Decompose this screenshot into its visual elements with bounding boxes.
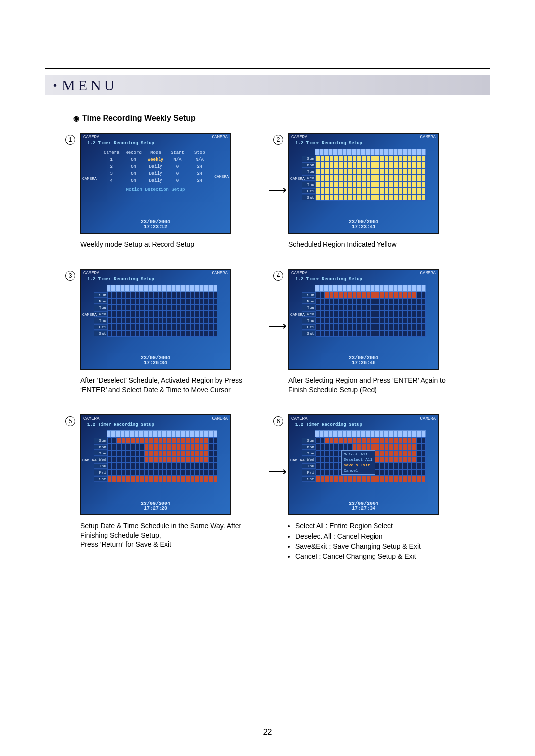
day-label: Sat [94, 331, 107, 336]
timestamp: 23/09/2004 17:26:34 [141, 356, 170, 366]
caption-1: Weekly mode Setup at Record Setup [80, 240, 254, 249]
bottom-rule [45, 721, 490, 721]
timestamp: 23/09/2004 17:23:12 [141, 220, 170, 230]
caption-3: After ‘Deselect’ Schedule, Activated Reg… [80, 376, 254, 395]
cam-label-tr: CAMERA [212, 271, 228, 276]
section-title: Time Recording Weekly Setup [82, 114, 196, 123]
schedule-grid: SunMonTueWedThuFriSat [94, 285, 217, 337]
day-label: Thu [94, 318, 107, 323]
cam-label-ml: CAMERA [290, 458, 305, 462]
cam-label-tr: CAMERA [212, 416, 228, 421]
cam-label-tr: CAMERA [212, 135, 228, 140]
row-3: ⟶ 5 CAMERA CAMERA 1.2 Timer Recording Se… [65, 414, 490, 563]
day-label: Tue [302, 305, 316, 310]
day-label: Sat [302, 476, 316, 482]
step-number-1: 1 [65, 135, 75, 145]
caption-6-item: Cancel : Cancel Changing Setup & Exit [295, 552, 462, 561]
td: 2 [101, 164, 122, 169]
th-start: Start [166, 151, 188, 155]
cam-label-tl: CAMERA [83, 271, 99, 276]
cam-label-tl: CAMERA [291, 135, 307, 140]
dvr-screen-4: CAMERA CAMERA 1.2 Timer Recording Setup … [288, 269, 439, 370]
caption-6-list: Select All : Entire Region SelectDeselec… [288, 521, 462, 562]
td: 0 [166, 178, 188, 183]
td: On [122, 157, 144, 162]
day-label: Sun [302, 156, 316, 161]
row-2: ⟶ 3 CAMERA CAMERA 1.2 Timer Recording Se… [65, 269, 490, 395]
caption-2: Scheduled Region Indicated Yellow [288, 240, 462, 249]
cam-label-ml: CAMERA [82, 312, 97, 317]
td: 1 [101, 157, 122, 162]
dvr-title: 1.2 Timer Recording Setup [81, 422, 230, 429]
td: 24 [189, 171, 211, 176]
day-label: Sun [94, 438, 107, 443]
day-label: Tue [94, 305, 107, 310]
section-heading: ◉ Time Recording Weekly Setup [73, 114, 490, 123]
day-label: Thu [302, 463, 316, 469]
cam-label-ml: CAMERA [82, 176, 97, 181]
td: On [122, 164, 144, 169]
dvr-screen-1: CAMERA CAMERA 1.2 Timer Recording Setup … [80, 133, 231, 234]
td: 3 [101, 171, 122, 176]
td: N/A [189, 157, 211, 162]
day-label: Thu [94, 463, 107, 469]
td: Daily [145, 171, 166, 176]
bullet-icon: • [54, 80, 57, 90]
dvr-screen-3: CAMERA CAMERA 1.2 Timer Recording Setup … [80, 269, 231, 370]
td: 4 [101, 178, 122, 183]
cam-label-tr: CAMERA [420, 135, 436, 140]
cam-label-ml: CAMERA [290, 312, 305, 317]
td: 0 [166, 164, 188, 169]
step-number-2: 2 [273, 135, 283, 145]
screenshot-grid: ⟶ 1 CAMERA CAMERA 1.2 Timer Recording Se… [65, 133, 490, 562]
caption-6: Select All : Entire Region SelectDeselec… [288, 521, 462, 562]
timestamp: 23/09/2004 17:26:48 [349, 356, 378, 366]
day-label: Mon [302, 444, 316, 450]
day-label: Thu [302, 318, 316, 323]
day-label: Fri [302, 188, 316, 194]
td: Daily [145, 178, 166, 183]
popup-cancel: Cancel [344, 468, 373, 473]
day-label: Sat [302, 331, 316, 336]
page-number: 22 [0, 727, 535, 737]
th-mode: Mode [145, 151, 166, 155]
col-4: 4 CAMERA CAMERA 1.2 Timer Recording Setu… [273, 269, 462, 395]
td-weekly: Weekly [145, 157, 166, 162]
dvr-screen-5: CAMERA CAMERA 1.2 Timer Recording Setup … [80, 414, 231, 515]
step-number-4: 4 [273, 271, 283, 281]
caption-5: Setup Date & Time Schedule in the Same W… [80, 521, 254, 550]
target-icon: ◉ [73, 114, 79, 122]
dvr-title: 1.2 Timer Recording Setup [81, 277, 230, 284]
caption-4: After Selecting Region and Press ‘ENTER’… [288, 376, 462, 395]
dvr-screen-2: CAMERA CAMERA 1.2 Timer Recording Setup … [288, 133, 439, 234]
day-label: Mon [302, 162, 316, 168]
td: Daily [145, 164, 166, 169]
td: 24 [189, 178, 211, 183]
record-setup-table: Camera Record Mode Start Stop 1 On Weekl… [99, 150, 213, 184]
timestamp: 23/09/2004 17:27:20 [141, 502, 170, 511]
th-camera: Camera [101, 151, 122, 155]
day-label: Sun [94, 292, 107, 298]
cam-label-ml: CAMERA [82, 458, 97, 462]
th-stop: Stop [189, 151, 211, 155]
schedule-grid: SunMonTueWedThuFriSat [302, 285, 426, 337]
dvr-title: 1.2 Timer Recording Setup [289, 422, 438, 429]
step-number-6: 6 [273, 416, 283, 426]
cam-label-mr: CAMERA [214, 174, 229, 179]
day-label: Mon [94, 299, 107, 304]
day-label: Fri [94, 324, 107, 330]
dvr-title: 1.2 Timer Recording Setup [289, 277, 438, 284]
cam-label-tl: CAMERA [291, 271, 307, 276]
popup-save-exit: Save & Exit [344, 462, 373, 468]
td: 24 [189, 164, 211, 169]
day-label: Sun [302, 438, 316, 443]
timestamp: 23/09/2004 17:27:34 [349, 502, 378, 511]
cam-label-tr: CAMERA [420, 271, 436, 276]
row-1: ⟶ 1 CAMERA CAMERA 1.2 Timer Recording Se… [65, 133, 490, 249]
schedule-grid: SunMonTueWedThuFriSat [302, 149, 426, 201]
col-2: 2 CAMERA CAMERA 1.2 Timer Recording Setu… [273, 133, 462, 249]
day-label: Mon [302, 299, 316, 304]
day-label: Tue [302, 169, 316, 174]
day-label: Sat [302, 195, 316, 200]
popup-select-all: Select All [344, 452, 373, 457]
